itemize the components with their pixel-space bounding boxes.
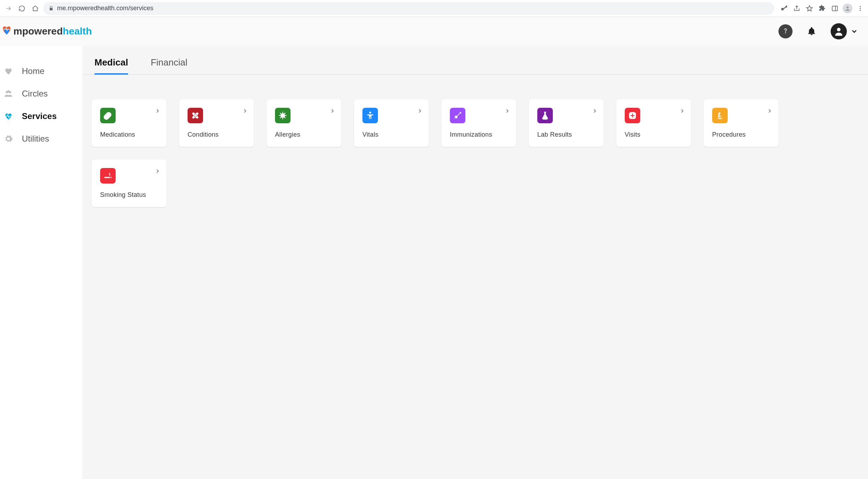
profile-avatar-icon[interactable] — [843, 4, 852, 13]
svg-point-4 — [860, 6, 861, 7]
card-allergies[interactable]: Allergies — [267, 99, 341, 147]
svg-point-5 — [860, 8, 861, 9]
share-icon[interactable] — [792, 4, 802, 13]
panel-icon[interactable] — [830, 4, 840, 13]
star-icon[interactable] — [805, 4, 814, 13]
card-label: Lab Results — [537, 131, 596, 138]
card-label: Visits — [625, 131, 683, 138]
svg-point-16 — [196, 114, 196, 115]
card-conditions[interactable]: Conditions — [179, 99, 254, 147]
chevron-right-icon — [242, 108, 248, 116]
url-text: me.mpoweredhealth.com/services — [57, 5, 153, 12]
tab-medical[interactable]: Medical — [94, 53, 128, 74]
extensions-icon[interactable] — [817, 4, 827, 13]
sidebar: Home Circles Services Utilities — [0, 46, 82, 479]
content-area: Medical Financial Medications Conditions — [82, 46, 868, 479]
chevron-right-icon — [329, 108, 336, 116]
sidebar-item-utilities[interactable]: Utilities — [0, 127, 82, 150]
chevron-right-icon — [504, 108, 511, 116]
tab-financial[interactable]: Financial — [151, 53, 187, 74]
heart-logo-icon — [1, 26, 12, 37]
app-header: mpoweredhealth — [0, 17, 868, 46]
chevron-down-icon — [850, 27, 858, 35]
chevron-right-icon — [417, 108, 423, 116]
svg-line-25 — [280, 117, 281, 118]
sidebar-item-home[interactable]: Home — [0, 60, 82, 82]
heart-icon — [3, 67, 14, 76]
svg-rect-30 — [110, 177, 111, 178]
card-medications[interactable]: Medications — [92, 99, 166, 147]
tab-label: Financial — [151, 57, 187, 68]
syringe-icon — [450, 108, 465, 123]
card-label: Procedures — [712, 131, 771, 138]
home-icon — [32, 5, 39, 12]
chevron-right-icon — [766, 108, 773, 116]
tab-bar: Medical Financial — [82, 46, 868, 75]
sidebar-label: Utilities — [22, 134, 49, 144]
svg-point-10 — [7, 90, 10, 93]
brand-logo[interactable]: mpoweredhealth — [1, 26, 92, 37]
body-icon — [362, 108, 378, 123]
browser-reload-button[interactable] — [16, 3, 27, 14]
account-avatar-icon — [831, 23, 847, 39]
card-label: Allergies — [275, 131, 334, 138]
kebab-menu-icon[interactable] — [855, 4, 865, 13]
notifications-button[interactable] — [805, 24, 819, 38]
card-label: Immunizations — [450, 131, 508, 138]
svg-point-6 — [860, 10, 861, 11]
svg-point-0 — [781, 8, 784, 10]
arrow-right-icon — [5, 5, 12, 12]
sidebar-item-services[interactable]: Services — [0, 105, 82, 127]
help-button[interactable] — [778, 24, 793, 38]
medical-plus-icon — [625, 108, 640, 123]
pill-icon — [100, 108, 116, 123]
bell-icon — [807, 27, 816, 36]
password-key-icon[interactable] — [779, 4, 789, 13]
brand-part1: mpowered — [13, 26, 63, 37]
svg-line-23 — [280, 113, 281, 114]
sidebar-label: Home — [22, 66, 44, 76]
germ-icon — [275, 108, 291, 123]
svg-rect-1 — [832, 6, 838, 11]
card-smoking-status[interactable]: Smoking Status — [92, 160, 166, 207]
gear-icon — [3, 134, 14, 143]
svg-line-26 — [284, 113, 285, 114]
brand-part2: health — [63, 26, 92, 37]
card-vitals[interactable]: Vitals — [354, 99, 429, 147]
svg-point-14 — [194, 114, 195, 115]
browser-right-controls — [776, 4, 865, 13]
sidebar-label: Services — [22, 111, 57, 121]
svg-rect-31 — [111, 177, 112, 178]
card-procedures[interactable]: Procedures — [704, 99, 778, 147]
card-visits[interactable]: Visits — [616, 99, 691, 147]
question-icon — [782, 27, 789, 35]
lock-icon — [49, 6, 54, 11]
sidebar-label: Circles — [22, 89, 48, 99]
reload-icon — [18, 5, 25, 12]
chevron-right-icon — [154, 108, 161, 116]
people-icon — [3, 89, 14, 98]
browser-chrome: me.mpoweredhealth.com/services — [0, 0, 868, 17]
tab-label: Medical — [94, 57, 128, 68]
flask-icon — [537, 108, 553, 123]
service-cards-grid: Medications Conditions Allergies — [82, 75, 868, 207]
card-lab-results[interactable]: Lab Results — [529, 99, 604, 147]
browser-forward-button[interactable] — [3, 3, 14, 14]
microscope-icon — [712, 108, 728, 123]
card-immunizations[interactable]: Immunizations — [441, 99, 516, 147]
svg-point-17 — [194, 116, 195, 117]
svg-point-7 — [837, 28, 841, 31]
svg-point-3 — [846, 6, 849, 8]
account-menu[interactable] — [831, 23, 858, 39]
bandage-icon — [188, 108, 203, 123]
browser-home-button[interactable] — [30, 3, 41, 14]
smoking-icon — [100, 168, 116, 183]
chevron-right-icon — [679, 108, 685, 116]
card-label: Vitals — [362, 131, 421, 138]
ecg-heart-icon — [3, 112, 14, 121]
svg-rect-29 — [104, 177, 110, 178]
card-label: Medications — [100, 131, 159, 138]
address-bar[interactable]: me.mpoweredhealth.com/services — [43, 2, 774, 15]
svg-point-27 — [369, 112, 371, 113]
sidebar-item-circles[interactable]: Circles — [0, 82, 82, 105]
